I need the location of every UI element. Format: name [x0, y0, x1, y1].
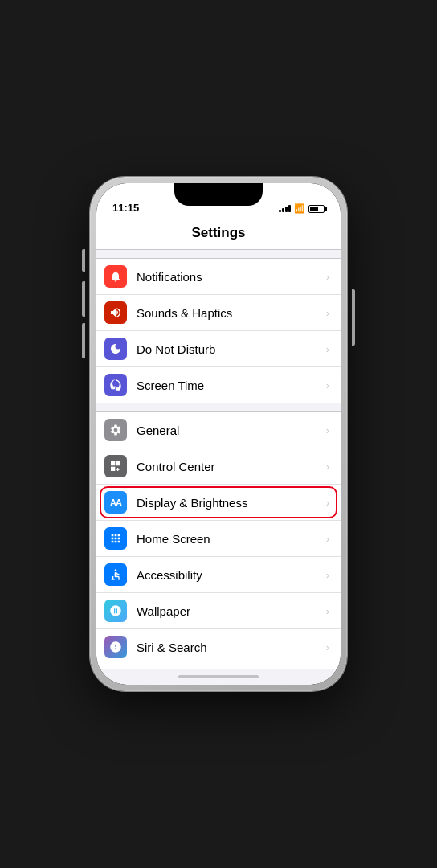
siri-chevron: › — [326, 641, 329, 653]
controlcenter-icon — [104, 455, 127, 477]
settings-item-general[interactable]: General › — [96, 412, 341, 448]
screentime-chevron: › — [326, 379, 329, 391]
notch — [174, 183, 263, 206]
wallpaper-label: Wallpaper — [137, 604, 323, 618]
svg-point-0 — [115, 569, 117, 571]
general-label: General — [137, 424, 323, 437]
phone-screen: 11:15 📶 Settings — [96, 183, 341, 685]
settings-item-notifications[interactable]: Notifications › — [96, 259, 341, 295]
screentime-label: Screen Time — [137, 379, 323, 392]
homescreen-chevron: › — [326, 533, 329, 545]
dnd-chevron: › — [326, 343, 329, 355]
homescreen-label: Home Screen — [137, 532, 323, 546]
display-label: Display & Brightness — [137, 496, 323, 510]
settings-item-faceid[interactable]: Face ID & Passcode › — [96, 665, 341, 669]
display-chevron: › — [326, 497, 329, 509]
screen-content: 11:15 📶 Settings — [96, 183, 341, 685]
status-bar: 11:15 📶 — [96, 183, 341, 219]
power-button[interactable] — [352, 289, 355, 346]
mute-button[interactable] — [82, 249, 85, 272]
sounds-label: Sounds & Haptics — [137, 306, 323, 320]
settings-scroll[interactable]: Notifications › Sounds & Haptics › — [96, 250, 341, 669]
notifications-chevron: › — [326, 271, 329, 283]
screentime-icon — [104, 374, 127, 396]
home-indicator — [96, 669, 341, 685]
battery-fill — [310, 207, 318, 211]
settings-item-siri[interactable]: Siri & Search › — [96, 629, 341, 665]
volume-up-button[interactable] — [82, 281, 85, 317]
settings-item-screentime[interactable]: Screen Time › — [96, 367, 341, 403]
notifications-label: Notifications — [137, 270, 323, 284]
section-notifications: Notifications › Sounds & Haptics › — [96, 258, 341, 403]
wallpaper-chevron: › — [326, 605, 329, 617]
nav-bar: Settings — [96, 219, 341, 250]
settings-item-controlcenter[interactable]: Control Center › — [96, 448, 341, 485]
sounds-icon — [104, 301, 127, 324]
settings-item-dnd[interactable]: Do Not Disturb › — [96, 331, 341, 367]
general-chevron: › — [326, 424, 329, 436]
phone-frame: 11:15 📶 Settings — [90, 177, 347, 691]
accessibility-icon — [104, 563, 127, 586]
signal-icon — [279, 205, 291, 212]
settings-item-homescreen[interactable]: Home Screen › — [96, 521, 341, 557]
battery-icon — [308, 205, 325, 213]
siri-label: Siri & Search — [137, 641, 323, 654]
dnd-icon — [104, 338, 127, 360]
accessibility-label: Accessibility — [137, 568, 323, 582]
section-list-1: Notifications › Sounds & Haptics › — [96, 258, 341, 403]
wallpaper-icon — [104, 600, 127, 622]
wifi-icon: 📶 — [294, 203, 305, 214]
dnd-label: Do Not Disturb — [137, 342, 323, 356]
volume-down-button[interactable] — [82, 323, 85, 358]
section-list-2: General › Control Center › — [96, 411, 341, 669]
page-title: Settings — [109, 225, 328, 241]
accessibility-chevron: › — [326, 569, 329, 581]
homescreen-icon — [104, 527, 127, 550]
controlcenter-chevron: › — [326, 461, 329, 473]
status-time: 11:15 — [112, 202, 139, 214]
notifications-icon — [104, 265, 127, 288]
settings-item-sounds[interactable]: Sounds & Haptics › — [96, 295, 341, 331]
settings-item-accessibility[interactable]: Accessibility › — [96, 557, 341, 593]
settings-item-wallpaper[interactable]: Wallpaper › — [96, 593, 341, 629]
general-icon — [104, 419, 127, 441]
display-icon: AA — [104, 491, 127, 514]
sounds-chevron: › — [326, 307, 329, 319]
controlcenter-label: Control Center — [137, 460, 323, 473]
home-bar — [178, 675, 259, 678]
siri-icon — [104, 636, 127, 658]
settings-item-display[interactable]: AA Display & Brightness › — [96, 485, 341, 521]
status-icons: 📶 — [279, 203, 325, 214]
section-general: General › Control Center › — [96, 411, 341, 669]
